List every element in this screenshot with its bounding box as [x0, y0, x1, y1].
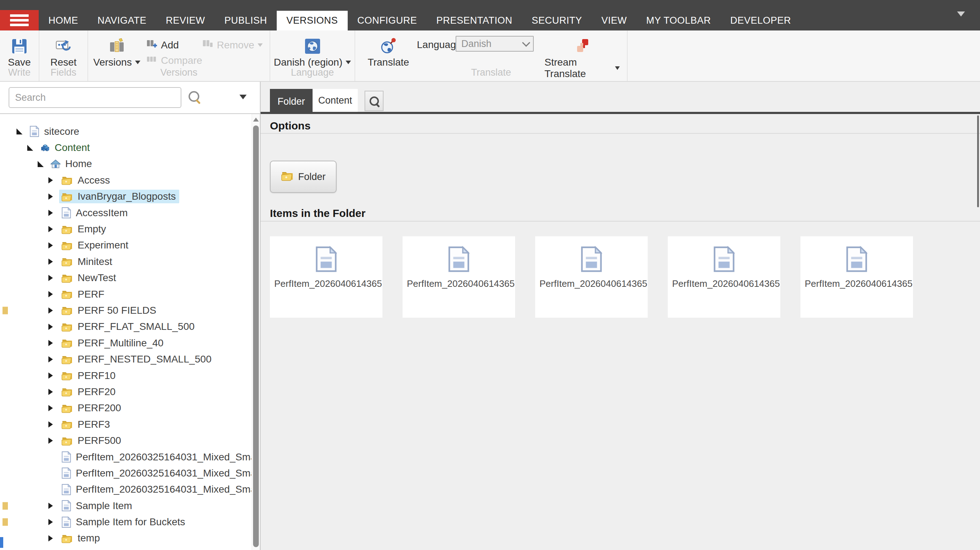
- search-icon[interactable]: [189, 91, 199, 102]
- menu-tab-versions[interactable]: VERSIONS: [277, 11, 348, 30]
- tree-item-sample-item[interactable]: Sample Item: [0, 497, 251, 514]
- menu-tab-security[interactable]: SECURITY: [522, 11, 592, 30]
- expand-node-icon[interactable]: [48, 226, 53, 232]
- translate-language-select-value: Danish: [461, 38, 492, 49]
- folder-item-card[interactable]: PerfItem_2026040614365: [402, 236, 515, 318]
- ribbon-group-versions: Versions Add Compare Remove: [88, 30, 270, 81]
- expand-node-icon[interactable]: [48, 210, 53, 216]
- tree-item-perf20[interactable]: PERF20: [0, 384, 251, 400]
- tree-item-access[interactable]: Access: [0, 172, 251, 188]
- versions-button[interactable]: Versions: [88, 36, 146, 68]
- tree-item-perfitem-20260325164031-mixed-small-1[interactable]: PerfItem_20260325164031_Mixed_Small_1: [0, 449, 251, 465]
- expand-node-icon[interactable]: [48, 535, 53, 541]
- expand-node-icon[interactable]: [48, 389, 53, 395]
- menu-tab-publish[interactable]: PUBLISH: [215, 11, 277, 30]
- document-icon: [580, 246, 603, 274]
- tree-item-newtest[interactable]: NewTest: [0, 270, 251, 286]
- collapse-ribbon-icon[interactable]: [957, 11, 965, 16]
- save-button-label: Save: [8, 57, 31, 68]
- tree-item-sample-item-for-buckets[interactable]: Sample Item for Buckets: [0, 514, 251, 530]
- tree-item-experiment[interactable]: Experiment: [0, 238, 251, 253]
- locked-item-marker: [3, 306, 8, 314]
- expand-node-icon[interactable]: [48, 340, 53, 346]
- compare-versions-button[interactable]: Compare: [146, 54, 202, 67]
- search-input[interactable]: [9, 87, 181, 108]
- menu-tab-home[interactable]: HOME: [39, 11, 88, 30]
- collapse-node-icon[interactable]: [38, 161, 44, 167]
- tree-item-perf-50-fields[interactable]: PERF 50 FIELDS: [0, 302, 251, 318]
- tree-item-accessitem[interactable]: AccessItem: [0, 205, 251, 221]
- menu-tab-view[interactable]: VIEW: [592, 11, 636, 30]
- tree-item-perf[interactable]: PERF: [0, 286, 251, 302]
- tree-scrollbar[interactable]: [251, 114, 260, 550]
- tree-item-empty[interactable]: Empty: [0, 221, 251, 237]
- save-button[interactable]: Save: [0, 36, 39, 68]
- fields-group-label: Fields: [40, 67, 88, 78]
- menu-tab-configure[interactable]: CONFIGURE: [348, 11, 427, 30]
- expand-node-icon[interactable]: [48, 503, 53, 509]
- tree-item-temp[interactable]: temp: [0, 530, 251, 547]
- tree-item-label: Content: [55, 142, 90, 153]
- language-selector-button[interactable]: Danish (region): [270, 36, 355, 68]
- expand-node-icon[interactable]: [48, 193, 53, 200]
- remove-dropdown-caret-icon: [258, 43, 263, 47]
- folder-item-card[interactable]: PerfItem_2026040614365: [668, 236, 780, 318]
- expand-node-icon[interactable]: [48, 437, 53, 444]
- folder-item-card[interactable]: PerfItem_2026040614365: [270, 236, 382, 318]
- tree-item-perf-flat-small-500[interactable]: PERF_FLAT_SMALL_500: [0, 319, 251, 335]
- tree-item-perf-multiline-40[interactable]: PERF_Multiline_40: [0, 335, 251, 351]
- tree-item-perf500[interactable]: PERF500: [0, 432, 251, 448]
- translate-language-select[interactable]: Danish: [456, 36, 534, 52]
- tree-item-content[interactable]: Content: [0, 139, 251, 156]
- expand-node-icon[interactable]: [48, 258, 53, 265]
- pane-search-button[interactable]: [364, 91, 383, 111]
- menu-tab-developer[interactable]: DEVELOPER: [721, 11, 801, 30]
- tree-item-perfitem-20260325164031-mixed-small-2[interactable]: PerfItem_20260325164031_Mixed_Small_2: [0, 465, 251, 481]
- create-folder-button[interactable]: Folder: [270, 161, 337, 193]
- tree-item-perf200[interactable]: PERF200: [0, 400, 251, 416]
- translate-button[interactable]: Translate: [355, 36, 422, 68]
- expand-node-icon[interactable]: [48, 405, 53, 411]
- tree-item-perf10[interactable]: PERF10: [0, 368, 251, 384]
- expand-node-icon[interactable]: [48, 291, 53, 298]
- folder-item-card[interactable]: PerfItem_2026040614365: [800, 236, 913, 318]
- pane-scrollbar-thumb[interactable]: [977, 115, 979, 207]
- collapse-node-icon[interactable]: [27, 145, 33, 151]
- reset-button[interactable]: Reset: [40, 36, 88, 68]
- tab-folder[interactable]: Folder: [270, 89, 313, 114]
- folder-item-card[interactable]: PerfItem_2026040614365: [535, 236, 648, 318]
- tree-item-perfitem-20260325164031-mixed-small-3[interactable]: PerfItem_20260325164031_Mixed_Small_3: [0, 481, 251, 497]
- scroll-up-icon[interactable]: [253, 118, 259, 121]
- collapse-node-icon[interactable]: [16, 128, 22, 134]
- menu-tab-navigate[interactable]: NAVIGATE: [88, 11, 156, 30]
- tree-item-ivanbrygar-blogposts[interactable]: IvanBrygar_Blogposts: [0, 188, 251, 205]
- tree-item-perf-nested-small-500[interactable]: PERF_NESTED_SMALL_500: [0, 351, 251, 367]
- tree-item-home[interactable]: Home: [0, 156, 251, 172]
- expand-node-icon[interactable]: [48, 356, 53, 362]
- expand-node-icon[interactable]: [48, 275, 53, 281]
- tree-item-label: PerfItem_20260325164031_Mixed_Small_1: [76, 451, 251, 463]
- tree-item-label: PERF_FLAT_SMALL_500: [78, 321, 195, 332]
- expand-node-icon[interactable]: [48, 242, 53, 249]
- expand-node-icon[interactable]: [48, 307, 53, 314]
- tab-content[interactable]: Content: [313, 89, 358, 112]
- menu-tab-review[interactable]: REVIEW: [156, 11, 215, 30]
- menu-tab-presentation[interactable]: PRESENTATION: [426, 11, 522, 30]
- expand-node-icon[interactable]: [48, 373, 53, 379]
- tree-item-minitest[interactable]: Minitest: [0, 253, 251, 269]
- expand-node-icon[interactable]: [48, 177, 53, 183]
- search-options-caret-icon[interactable]: [239, 95, 247, 99]
- tree-item-sitecore[interactable]: sitecore: [0, 123, 251, 139]
- remove-version-button[interactable]: Remove: [202, 38, 263, 52]
- hamburger-menu-icon[interactable]: [0, 10, 39, 30]
- document-icon: [315, 246, 337, 274]
- expand-node-icon[interactable]: [48, 324, 53, 330]
- tree-scrollbar-thumb[interactable]: [253, 126, 259, 547]
- tree-item-label: sitecore: [44, 126, 79, 137]
- menu-tab-my-toolbar[interactable]: MY TOOLBAR: [636, 11, 721, 30]
- expand-node-icon[interactable]: [48, 519, 53, 525]
- add-version-button[interactable]: Add: [146, 38, 179, 52]
- tree-item-label: Home: [65, 158, 92, 170]
- expand-node-icon[interactable]: [48, 421, 53, 428]
- tree-item-perf3[interactable]: PERF3: [0, 416, 251, 432]
